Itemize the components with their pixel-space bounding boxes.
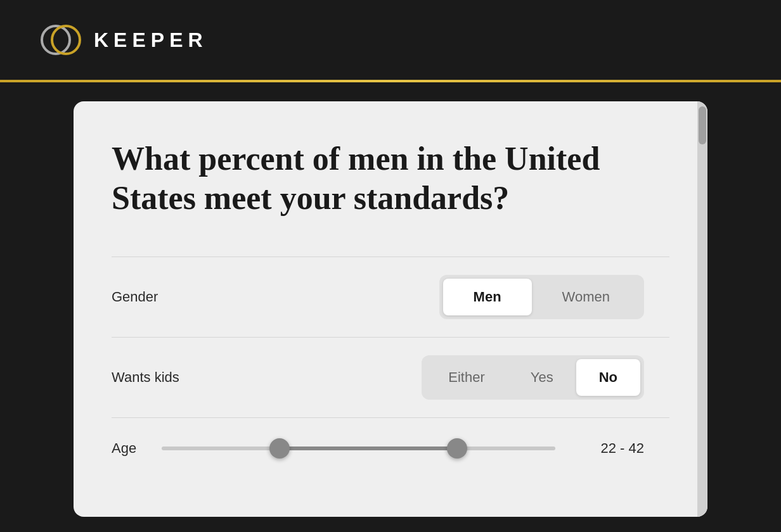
gender-women-button[interactable]: Women [532,279,640,315]
age-range-value: 22 - 42 [581,440,644,457]
question-title: What percent of men in the United States… [112,139,657,218]
header: KEEPER [0,0,781,80]
age-slider-fill [280,446,456,450]
age-slider-container [162,436,555,461]
wants-kids-yes-button[interactable]: Yes [508,359,576,396]
gender-row: Gender Men Women [112,256,669,337]
age-row: Age 22 - 42 [112,417,669,479]
gender-label: Gender [112,289,158,305]
age-label: Age [112,440,136,457]
keeper-logo-icon [38,18,82,62]
gender-men-button[interactable]: Men [443,279,532,315]
main-content: What percent of men in the United States… [0,82,781,529]
scrollbar-thumb[interactable] [699,106,706,144]
wants-kids-label: Wants kids [112,369,179,386]
wants-kids-either-button[interactable]: Either [425,359,507,396]
age-slider-track [162,446,555,450]
wants-kids-row: Wants kids Either Yes No [112,337,669,417]
content-card: What percent of men in the United States… [74,101,707,517]
logo-text: KEEPER [94,28,208,52]
gender-toggle-group: Men Women [439,275,644,319]
wants-kids-toggle-group: Either Yes No [422,355,644,400]
wants-kids-no-button[interactable]: No [576,359,640,396]
age-slider-thumb-min[interactable] [269,438,290,459]
age-slider-thumb-max[interactable] [447,438,467,459]
